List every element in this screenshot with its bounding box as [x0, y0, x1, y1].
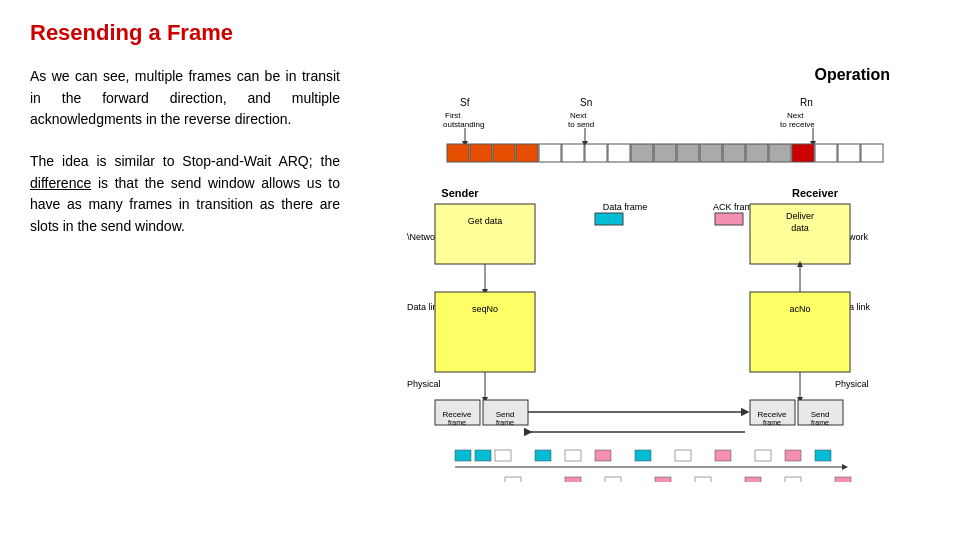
svg-rect-49 [595, 213, 623, 225]
svg-rect-82 [745, 477, 761, 482]
svg-rect-14 [562, 144, 584, 162]
paragraph-1: As we can see, multiple frames can be in… [30, 66, 340, 131]
sn-label: Sn [580, 97, 592, 108]
svg-rect-13 [539, 144, 561, 162]
svg-rect-17 [631, 144, 653, 162]
svg-text:Sender: Sender [441, 187, 479, 199]
svg-rect-83 [695, 477, 711, 482]
svg-rect-85 [605, 477, 621, 482]
svg-rect-23 [769, 144, 791, 162]
svg-rect-22 [746, 144, 768, 162]
svg-rect-16 [608, 144, 630, 162]
svg-rect-86 [565, 477, 581, 482]
content-area: As we can see, multiple frames can be in… [30, 66, 930, 482]
svg-rect-68 [475, 450, 491, 461]
svg-rect-19 [677, 144, 699, 162]
svg-text:Send: Send [496, 410, 515, 419]
svg-rect-73 [635, 450, 651, 461]
svg-rect-11 [493, 144, 515, 162]
svg-rect-70 [535, 450, 551, 461]
svg-rect-15 [585, 144, 607, 162]
svg-rect-51 [715, 213, 743, 225]
right-diagram-panel: Operation Sf Sn Rn First outstanding Nex… [360, 66, 930, 482]
svg-rect-21 [723, 144, 745, 162]
svg-text:Receiver: Receiver [792, 187, 839, 199]
svg-text:Receive: Receive [443, 410, 472, 419]
svg-text:Get data: Get data [468, 216, 503, 226]
para2-before: The idea is similar to Stop-and-Wait ARQ… [30, 153, 340, 169]
svg-rect-71 [565, 450, 581, 461]
svg-rect-72 [595, 450, 611, 461]
svg-text:Data frame: Data frame [603, 202, 648, 212]
operation-label: Operation [814, 66, 890, 84]
svg-rect-26 [838, 144, 860, 162]
svg-text:seqNo: seqNo [472, 304, 498, 314]
svg-rect-36 [435, 204, 535, 264]
svg-rect-84 [655, 477, 671, 482]
svg-text:frame: frame [811, 419, 829, 426]
left-text-panel: As we can see, multiple frames can be in… [30, 66, 340, 482]
svg-rect-75 [715, 450, 731, 461]
svg-rect-81 [785, 477, 801, 482]
svg-text:Receive: Receive [758, 410, 787, 419]
svg-text:to receive: to receive [780, 120, 815, 129]
svg-text:frame: frame [496, 419, 514, 426]
svg-rect-25 [815, 144, 837, 162]
rn-label: Rn [800, 97, 813, 108]
svg-text:First: First [445, 111, 461, 120]
svg-text:Send: Send [811, 410, 830, 419]
svg-text:data: data [791, 223, 809, 233]
svg-text:acNo: acNo [789, 304, 810, 314]
paragraph-2: The idea is similar to Stop-and-Wait ARQ… [30, 151, 340, 238]
svg-rect-10 [470, 144, 492, 162]
svg-text:Next: Next [570, 111, 587, 120]
svg-rect-27 [861, 144, 883, 162]
svg-rect-20 [700, 144, 722, 162]
svg-rect-78 [815, 450, 831, 461]
slide-container: Resending a Frame As we can see, multipl… [0, 0, 960, 540]
svg-rect-67 [455, 450, 471, 461]
sf-label: Sf [460, 97, 470, 108]
para2-underline: difference [30, 175, 91, 191]
svg-rect-69 [495, 450, 511, 461]
svg-rect-87 [505, 477, 521, 482]
svg-text:Next: Next [787, 111, 804, 120]
network-diagram: Sf Sn Rn First outstanding Next to send … [405, 92, 885, 482]
svg-text:frame: frame [763, 419, 781, 426]
svg-rect-24 [792, 144, 814, 162]
svg-rect-12 [516, 144, 538, 162]
svg-rect-76 [755, 450, 771, 461]
svg-text:to send: to send [568, 120, 594, 129]
svg-text:Deliver: Deliver [786, 211, 814, 221]
svg-rect-18 [654, 144, 676, 162]
svg-text:Physical: Physical [407, 379, 441, 389]
svg-text:outstanding: outstanding [443, 120, 484, 129]
svg-rect-80 [835, 477, 851, 482]
svg-rect-74 [675, 450, 691, 461]
svg-text:frame: frame [448, 419, 466, 426]
svg-rect-77 [785, 450, 801, 461]
svg-rect-9 [447, 144, 469, 162]
svg-text:Physical: Physical [835, 379, 869, 389]
slide-title: Resending a Frame [30, 20, 930, 46]
